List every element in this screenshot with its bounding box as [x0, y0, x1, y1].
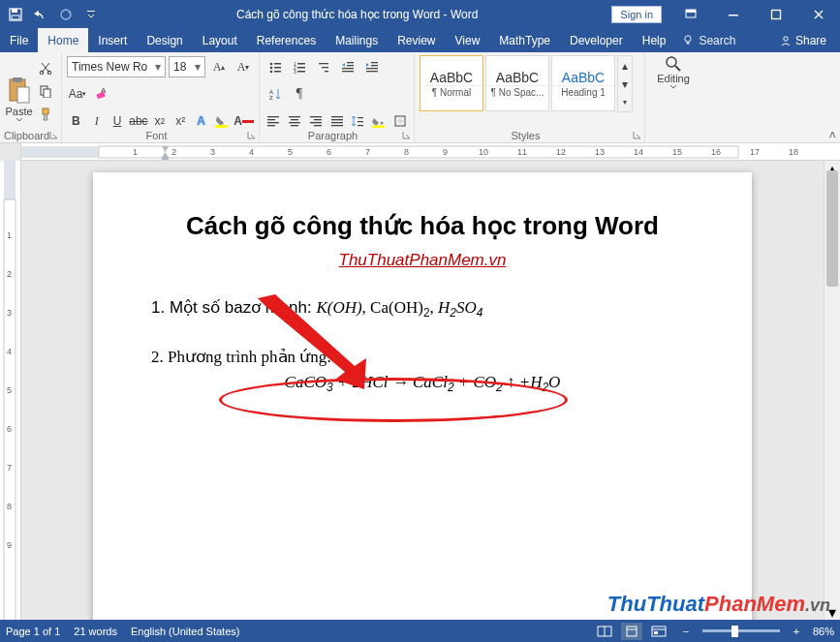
format-painter-button[interactable] [35, 104, 56, 125]
superscript-button[interactable]: x² [171, 110, 189, 132]
show-marks-button[interactable]: ¶ [289, 83, 310, 105]
zoom-out-button[interactable]: − [675, 623, 697, 640]
maximize-icon[interactable] [755, 0, 797, 28]
qat-customize-icon[interactable] [79, 2, 103, 27]
styles-row-up[interactable]: ▴ [618, 56, 632, 75]
font-size-combo[interactable]: 18▾ [169, 56, 205, 77]
bold-button[interactable]: B [67, 110, 84, 132]
save-icon[interactable] [4, 2, 27, 27]
decrease-indent-button[interactable] [337, 56, 358, 77]
clipboard-launcher-icon[interactable] [49, 131, 59, 140]
svg-rect-74 [21, 146, 99, 158]
svg-rect-13 [13, 77, 22, 82]
zoom-in-button[interactable]: + [786, 623, 807, 640]
share-button[interactable]: Share [772, 34, 834, 47]
tab-home[interactable]: Home [38, 28, 88, 52]
tab-design[interactable]: Design [137, 28, 192, 52]
text-effects-button[interactable]: A [192, 110, 209, 132]
editing-button[interactable]: Editing [650, 55, 697, 89]
underline-button[interactable]: U [109, 110, 126, 132]
svg-rect-41 [342, 71, 354, 72]
grow-font-button[interactable]: A▴ [208, 56, 230, 77]
increase-indent-button[interactable] [361, 56, 383, 77]
copy-button[interactable] [35, 80, 56, 102]
document-area[interactable]: Cách gõ công thức hóa học trong Word Thu… [21, 161, 824, 620]
style-heading1[interactable]: AaBbC Heading 1 [551, 55, 615, 111]
title-bar: Cách gõ công thức hóa học trong Word - W… [0, 0, 840, 28]
sort-button[interactable]: AZ [264, 83, 286, 105]
subscript-button[interactable]: x2 [151, 110, 169, 132]
shrink-font-button[interactable]: A▾ [233, 56, 254, 77]
highlight-button[interactable] [213, 110, 231, 132]
lightbulb-icon [683, 35, 695, 46]
font-color-button[interactable]: A [233, 110, 254, 132]
horizontal-ruler[interactable]: 123 456 789 101112 131415 161718 [21, 143, 840, 161]
tab-mathtype[interactable]: MathType [489, 28, 560, 52]
zoom-level[interactable]: 86% [813, 626, 834, 637]
align-right-button[interactable] [306, 110, 325, 132]
clear-format-button[interactable]: A [91, 83, 112, 105]
shading-button[interactable] [370, 110, 389, 132]
svg-rect-38 [347, 62, 354, 63]
status-page[interactable]: Page 1 of 1 [6, 626, 60, 637]
tab-help[interactable]: Help [633, 28, 676, 52]
change-case-button[interactable]: Aa▾ [67, 83, 88, 105]
multilevel-button[interactable] [313, 56, 334, 77]
print-layout-icon[interactable] [621, 623, 642, 640]
align-left-button[interactable] [264, 110, 283, 132]
style-nospacing[interactable]: AaBbC ¶ No Spac... [485, 55, 549, 111]
paragraph-launcher-icon[interactable] [402, 131, 412, 140]
tab-view[interactable]: View [446, 28, 490, 52]
bullets-button[interactable] [264, 56, 286, 77]
styles-row-down[interactable]: ▾ [618, 75, 632, 93]
scroll-thumb[interactable] [826, 170, 838, 287]
status-lang[interactable]: English (United States) [131, 626, 240, 637]
web-layout-icon[interactable] [648, 623, 669, 640]
svg-rect-6 [686, 10, 696, 13]
numbering-button[interactable]: 123 [289, 56, 310, 77]
status-words[interactable]: 21 words [74, 626, 117, 637]
svg-text:14: 14 [634, 147, 643, 157]
justify-button[interactable] [327, 110, 346, 132]
svg-line-73 [675, 66, 680, 71]
ribbon-display-icon[interactable] [669, 0, 712, 28]
vertical-ruler[interactable]: 123456789 [0, 161, 21, 620]
italic-button[interactable]: I [87, 110, 105, 132]
strike-button[interactable]: abc [129, 110, 147, 132]
align-center-button[interactable] [286, 110, 304, 132]
tab-layout[interactable]: Layout [193, 28, 247, 52]
styles-expand[interactable]: ▾ [618, 93, 632, 111]
zoom-thumb[interactable] [731, 626, 738, 637]
svg-text:5: 5 [7, 385, 12, 395]
tab-insert[interactable]: Insert [88, 28, 137, 52]
signin-button[interactable]: Sign in [611, 6, 662, 23]
tab-mailings[interactable]: Mailings [326, 28, 388, 52]
font-name-combo[interactable]: Times New Ro▾ [67, 56, 166, 77]
styles-launcher-icon[interactable] [633, 131, 642, 140]
vertical-scrollbar[interactable]: ▴ ▾ [824, 161, 840, 620]
tellme-search[interactable]: Search [675, 28, 735, 52]
redo-icon[interactable] [54, 2, 78, 27]
tab-review[interactable]: Review [388, 28, 445, 52]
style-normal[interactable]: AaBbC ¶ Normal [420, 55, 483, 111]
close-icon[interactable] [797, 0, 840, 28]
minimize-icon[interactable] [712, 0, 755, 28]
read-mode-icon[interactable] [594, 623, 615, 640]
collapse-ribbon-icon[interactable]: ʌ [829, 128, 836, 140]
undo-icon[interactable] [29, 2, 52, 27]
svg-point-25 [270, 67, 273, 70]
zoom-slider[interactable] [702, 629, 780, 632]
svg-rect-30 [297, 63, 305, 65]
ribbon: Paste Clipboard Times New Ro▾ 18▾ A▴ [0, 52, 840, 143]
group-paragraph-label: Paragraph [260, 130, 406, 141]
font-launcher-icon[interactable] [247, 131, 257, 140]
cut-button[interactable] [35, 57, 56, 78]
tab-developer[interactable]: Developer [560, 28, 633, 52]
svg-rect-64 [358, 117, 363, 118]
cut-icon [39, 61, 52, 75]
line-spacing-button[interactable] [349, 110, 367, 132]
tab-references[interactable]: References [247, 28, 326, 52]
borders-button[interactable] [390, 110, 409, 132]
tab-file[interactable]: File [0, 28, 38, 52]
svg-rect-2 [12, 15, 19, 19]
